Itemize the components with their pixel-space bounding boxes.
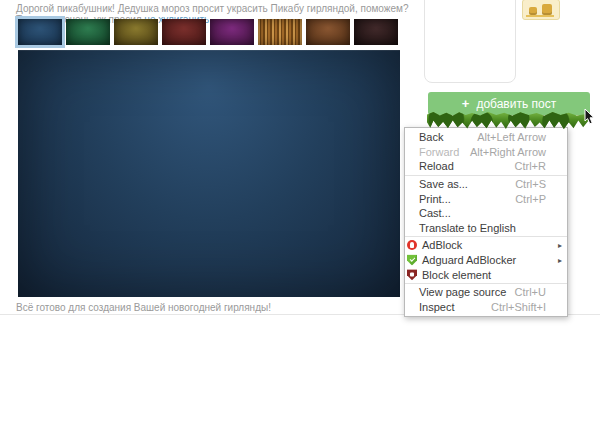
menu-item-forward[interactable]: Forward Alt+Right Arrow bbox=[405, 145, 567, 160]
swatch-green[interactable] bbox=[66, 19, 110, 45]
swatch-olive[interactable] bbox=[114, 19, 158, 45]
award-gold-left bbox=[529, 7, 537, 15]
garland-canvas[interactable] bbox=[18, 50, 400, 297]
menu-item-block-element[interactable]: Block element bbox=[405, 267, 567, 282]
adblock-icon bbox=[407, 240, 417, 250]
menu-item-label: Inspect bbox=[419, 301, 454, 313]
menu-item-shortcut: Alt+Left Arrow bbox=[477, 131, 546, 143]
menu-item-shortcut: Ctrl+R bbox=[515, 160, 546, 172]
adguard-icon bbox=[407, 255, 417, 266]
swatch-red[interactable] bbox=[162, 19, 206, 45]
menu-item-adguard-adblocker[interactable]: Adguard AdBlocker ▸ bbox=[405, 253, 567, 268]
menu-item-shortcut: Alt+Right Arrow bbox=[470, 146, 546, 158]
menu-item-print[interactable]: Print... Ctrl+P bbox=[405, 191, 567, 206]
menu-item-cast[interactable]: Cast... bbox=[405, 206, 567, 221]
award-gold-right bbox=[542, 4, 552, 15]
menu-separator bbox=[405, 283, 567, 284]
menu-item-label: Adguard AdBlocker bbox=[422, 254, 516, 266]
menu-item-shortcut: Ctrl+U bbox=[515, 286, 546, 298]
add-post-button[interactable]: + добавить пост bbox=[428, 92, 590, 115]
mouse-cursor-icon bbox=[584, 108, 596, 125]
menu-item-translate[interactable]: Translate to English bbox=[405, 221, 567, 236]
swatch-purple[interactable] bbox=[210, 19, 254, 45]
award-icon[interactable] bbox=[522, 0, 560, 20]
submenu-arrow-icon: ▸ bbox=[558, 256, 562, 265]
menu-item-shortcut: Ctrl+Shift+I bbox=[491, 301, 546, 313]
swatch-navy[interactable] bbox=[18, 19, 62, 45]
menu-item-label: View page source bbox=[419, 286, 506, 298]
menu-separator bbox=[405, 175, 567, 176]
block-element-icon bbox=[407, 269, 417, 280]
swatch-dark[interactable] bbox=[354, 19, 398, 45]
context-menu: Back Alt+Left Arrow Forward Alt+Right Ar… bbox=[404, 127, 568, 317]
add-post-label: добавить пост bbox=[476, 97, 556, 111]
menu-item-label: Reload bbox=[419, 160, 454, 172]
menu-item-shortcut: Ctrl+P bbox=[515, 193, 546, 205]
plus-icon: + bbox=[462, 96, 470, 111]
submenu-arrow-icon: ▸ bbox=[558, 241, 562, 250]
menu-item-view-page-source[interactable]: View page source Ctrl+U bbox=[405, 285, 567, 300]
menu-item-reload[interactable]: Reload Ctrl+R bbox=[405, 159, 567, 174]
menu-item-shortcut: Ctrl+S bbox=[515, 178, 546, 190]
swatch-row bbox=[18, 19, 398, 45]
menu-item-label: Back bbox=[419, 131, 443, 143]
menu-item-label: AdBlock bbox=[422, 239, 462, 251]
menu-item-save-as[interactable]: Save as... Ctrl+S bbox=[405, 177, 567, 192]
menu-item-label: Save as... bbox=[419, 178, 468, 190]
menu-item-label: Block element bbox=[422, 269, 491, 281]
menu-item-adblock[interactable]: AdBlock ▸ bbox=[405, 238, 567, 253]
swatch-wood[interactable] bbox=[258, 19, 302, 45]
sidebar-panel bbox=[424, 0, 516, 83]
menu-separator bbox=[405, 236, 567, 237]
page: Дорогой пикабушник! Дедушка мороз просит… bbox=[0, 0, 600, 428]
canvas-caption: Всё готово для создания Вашей новогодней… bbox=[16, 302, 271, 313]
menu-item-label: Forward bbox=[419, 146, 459, 158]
swatch-rust[interactable] bbox=[306, 19, 350, 45]
menu-item-label: Print... bbox=[419, 193, 451, 205]
menu-item-back[interactable]: Back Alt+Left Arrow bbox=[405, 130, 567, 145]
menu-item-inspect[interactable]: Inspect Ctrl+Shift+I bbox=[405, 300, 567, 315]
menu-item-label: Translate to English bbox=[419, 222, 516, 234]
menu-item-label: Cast... bbox=[419, 207, 451, 219]
